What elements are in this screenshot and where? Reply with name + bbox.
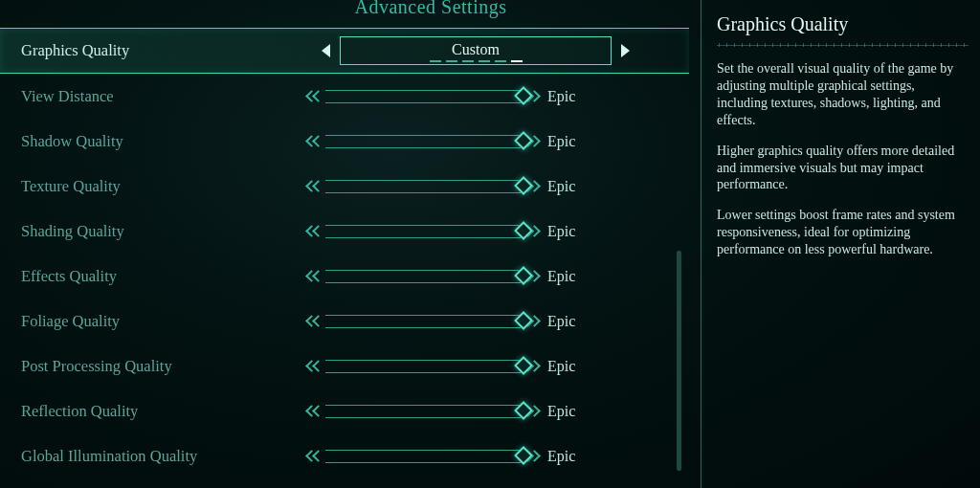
slider-track bbox=[325, 315, 521, 328]
setting-row[interactable]: Global Illumination QualityEpic bbox=[0, 433, 689, 478]
section-title: Advanced Settings bbox=[172, 0, 689, 18]
setting-label: Foliage Quality bbox=[21, 312, 308, 331]
option-tick bbox=[495, 60, 506, 62]
slider-value: Epic bbox=[547, 88, 595, 105]
slider-decrease-icon[interactable] bbox=[304, 357, 329, 376]
slider[interactable] bbox=[308, 176, 538, 197]
setting-row[interactable]: Reflection QualityEpic bbox=[0, 388, 689, 433]
slider-control: Epic bbox=[308, 401, 595, 422]
slider-control: Epic bbox=[308, 221, 595, 242]
slider-decrease-icon[interactable] bbox=[304, 312, 329, 331]
slider-control: Epic bbox=[308, 311, 595, 332]
slider-decrease-icon[interactable] bbox=[304, 87, 329, 106]
slider-track bbox=[325, 135, 521, 148]
slider-control: Epic bbox=[308, 446, 595, 467]
help-title: Graphics Quality bbox=[717, 13, 969, 35]
help-panel: Graphics Quality Set the overall visual … bbox=[701, 0, 980, 488]
setting-label: Post Processing Quality bbox=[21, 357, 308, 376]
setting-label: Global Illumination Quality bbox=[21, 447, 308, 466]
slider-control: Epic bbox=[308, 266, 595, 287]
slider-track bbox=[325, 450, 521, 463]
slider[interactable] bbox=[308, 86, 538, 107]
slider-control: Epic bbox=[308, 176, 595, 197]
slider-control: Epic bbox=[308, 86, 595, 107]
previous-option-arrow-icon[interactable] bbox=[322, 44, 330, 57]
slider[interactable] bbox=[308, 446, 538, 467]
slider-control: Epic bbox=[308, 356, 595, 377]
slider-value: Epic bbox=[547, 358, 595, 375]
slider-value: Epic bbox=[547, 133, 595, 150]
setting-row[interactable]: Shading QualityEpic bbox=[0, 209, 689, 254]
option-ticks bbox=[430, 60, 523, 62]
settings-list: Graphics QualityCustomView DistanceEpicS… bbox=[0, 28, 689, 478]
setting-label: Reflection Quality bbox=[21, 402, 308, 421]
slider-decrease-icon[interactable] bbox=[304, 447, 329, 466]
setting-label: Effects Quality bbox=[21, 267, 308, 286]
dropdown-value: Custom bbox=[452, 41, 500, 58]
setting-row[interactable]: View DistanceEpic bbox=[0, 74, 689, 119]
next-option-arrow-icon[interactable] bbox=[621, 44, 630, 57]
help-paragraph: Higher graphics quality offers more deta… bbox=[717, 143, 969, 194]
setting-label: Graphics Quality bbox=[21, 41, 308, 60]
slider[interactable] bbox=[308, 401, 538, 422]
slider-decrease-icon[interactable] bbox=[304, 132, 329, 151]
setting-label: Shadow Quality bbox=[21, 132, 308, 151]
setting-label: Shading Quality bbox=[21, 222, 308, 241]
option-tick bbox=[430, 60, 441, 62]
slider-value: Epic bbox=[547, 448, 595, 465]
setting-row[interactable]: Graphics QualityCustom bbox=[0, 28, 689, 74]
setting-row[interactable]: Effects QualityEpic bbox=[0, 254, 689, 299]
slider[interactable] bbox=[308, 266, 538, 287]
option-tick bbox=[511, 60, 523, 62]
slider-value: Epic bbox=[547, 268, 595, 285]
slider-track bbox=[325, 180, 521, 193]
slider-value: Epic bbox=[547, 313, 595, 330]
option-tick bbox=[462, 60, 474, 62]
slider-track bbox=[325, 360, 521, 373]
option-tick bbox=[446, 60, 457, 62]
setting-row[interactable]: Post Processing QualityEpic bbox=[0, 344, 689, 388]
slider-track bbox=[325, 90, 521, 103]
slider[interactable] bbox=[308, 221, 538, 242]
setting-row[interactable]: Foliage QualityEpic bbox=[0, 299, 689, 344]
settings-panel: Advanced Settings Graphics QualityCustom… bbox=[0, 0, 689, 488]
slider-decrease-icon[interactable] bbox=[304, 402, 329, 421]
help-paragraph: Lower settings boost frame rates and sys… bbox=[717, 207, 969, 258]
slider-value: Epic bbox=[547, 403, 595, 420]
help-body: Set the overall visual quality of the ga… bbox=[717, 60, 969, 258]
slider[interactable] bbox=[308, 356, 538, 377]
slider-track bbox=[325, 225, 521, 238]
slider-decrease-icon[interactable] bbox=[304, 267, 329, 286]
dropdown[interactable]: Custom bbox=[340, 36, 612, 65]
slider-control: Epic bbox=[308, 131, 595, 152]
slider-track bbox=[325, 405, 521, 418]
setting-row[interactable]: Shadow QualityEpic bbox=[0, 119, 689, 164]
slider-track bbox=[325, 270, 521, 283]
option-tick bbox=[479, 60, 490, 62]
scrollbar[interactable] bbox=[677, 251, 681, 471]
slider[interactable] bbox=[308, 131, 538, 152]
setting-row[interactable]: Texture QualityEpic bbox=[0, 164, 689, 209]
setting-label: View Distance bbox=[21, 87, 308, 106]
slider[interactable] bbox=[308, 311, 538, 332]
dropdown-control: Custom bbox=[322, 36, 630, 65]
slider-decrease-icon[interactable] bbox=[304, 222, 329, 241]
slider-value: Epic bbox=[547, 223, 595, 240]
help-paragraph: Set the overall visual quality of the ga… bbox=[717, 60, 969, 129]
slider-decrease-icon[interactable] bbox=[304, 177, 329, 196]
setting-label: Texture Quality bbox=[21, 177, 308, 196]
help-divider bbox=[717, 43, 969, 47]
slider-value: Epic bbox=[547, 178, 595, 195]
